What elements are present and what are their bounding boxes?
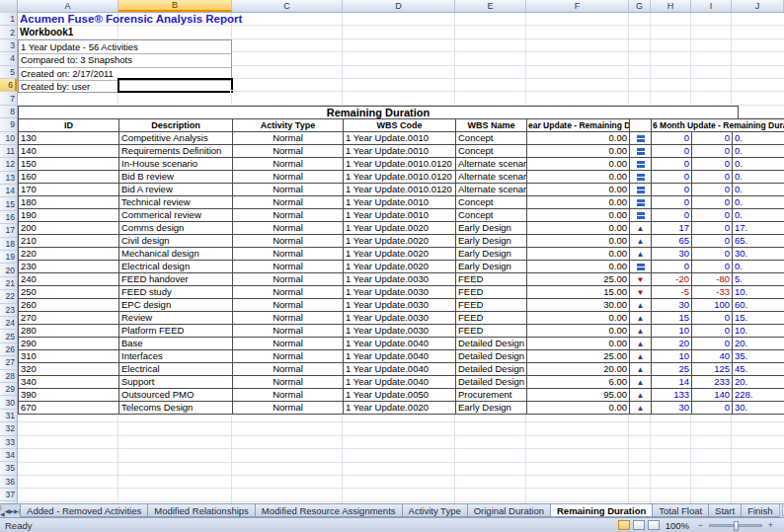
cell[interactable]: 0. — [733, 171, 784, 184]
cell[interactable]: 310 — [19, 350, 119, 363]
cell[interactable]: 1 Year Update.0020 — [344, 261, 456, 273]
cell[interactable]: Civil design — [119, 235, 233, 248]
cell[interactable]: Normal — [233, 261, 344, 273]
row-header-19[interactable]: 19 — [0, 251, 17, 264]
cell[interactable]: 0 — [692, 325, 733, 338]
cell[interactable]: 30 — [652, 402, 692, 415]
cell[interactable]: ▲ — [630, 248, 652, 261]
cell[interactable]: Comms design — [119, 222, 233, 235]
cell[interactable]: 0.00 — [527, 312, 630, 325]
cell[interactable]: 20. — [733, 338, 784, 350]
cell[interactable]: Alternate scenario — [456, 184, 527, 196]
cell[interactable]: 1 Year Update.0030 — [344, 273, 456, 286]
row-header-10[interactable]: 10 — [0, 132, 17, 145]
selected-cell-b6[interactable] — [118, 78, 233, 93]
cell[interactable]: 30 — [652, 248, 692, 261]
cell-a4[interactable]: Compared to: 3 Snapshots — [21, 53, 132, 66]
cell[interactable]: Normal — [233, 273, 344, 286]
cell[interactable]: 0.00 — [527, 209, 630, 222]
cell[interactable]: 0 — [692, 248, 733, 261]
normal-view-button[interactable] — [618, 520, 630, 530]
cell[interactable]: 30.00 — [527, 299, 630, 312]
cell[interactable]: 0. — [733, 132, 784, 145]
row-header-16[interactable]: 16 — [0, 211, 17, 224]
cell[interactable]: Detailed Design — [456, 338, 527, 350]
cell[interactable]: Commerical review — [119, 209, 233, 222]
cell[interactable]: 1 Year Update.0010 — [344, 132, 456, 145]
cell[interactable]: 40 — [692, 350, 733, 363]
column-header-g[interactable]: G — [629, 0, 651, 12]
column-header-j[interactable]: J — [732, 0, 784, 12]
row-header-26[interactable]: 26 — [0, 343, 17, 356]
cell[interactable]: 133 — [652, 389, 692, 402]
row-header-21[interactable]: 21 — [0, 277, 17, 290]
cell[interactable]: 0 — [692, 402, 733, 415]
cell[interactable]: 1 Year Update.0010.0120 — [344, 184, 456, 196]
cell[interactable]: 230 — [19, 261, 119, 273]
cell[interactable]: 130 — [19, 132, 119, 145]
workbook-name[interactable]: Workbook1 — [20, 26, 73, 38]
cell[interactable]: 0 — [652, 209, 692, 222]
cell[interactable]: 190 — [19, 209, 119, 222]
row-header-6[interactable]: 6 — [0, 79, 17, 92]
cell[interactable]: 0.00 — [527, 261, 630, 273]
cell[interactable]: 0. — [733, 184, 784, 196]
row-header-17[interactable]: 17 — [0, 224, 17, 237]
cell[interactable]: Normal — [233, 145, 344, 158]
cell[interactable]: 10. — [733, 286, 784, 299]
cell[interactable]: 6.00 — [527, 376, 630, 389]
cell[interactable]: 0. — [733, 261, 784, 273]
header-wbs-name[interactable]: WBS Name — [456, 119, 527, 132]
cell[interactable]: 220 — [19, 248, 119, 261]
cell[interactable]: -33 — [692, 286, 733, 299]
cell[interactable]: Normal — [233, 312, 344, 325]
sheet-tab-remaining-duration[interactable]: Remaining Duration — [550, 504, 653, 517]
cell[interactable]: FEED — [456, 325, 527, 338]
cell[interactable]: 1 Year Update.0030 — [344, 299, 456, 312]
cell[interactable]: 0.00 — [527, 184, 630, 196]
cell[interactable]: 95.00 — [527, 389, 630, 402]
cell[interactable]: ▲ — [630, 350, 652, 363]
cell[interactable]: Normal — [233, 363, 344, 376]
cell[interactable]: 0 — [692, 222, 733, 235]
cell[interactable]: 0.00 — [527, 222, 630, 235]
cell[interactable]: EPC design — [119, 299, 233, 312]
cell[interactable]: 35. — [733, 350, 784, 363]
cell[interactable]: 30. — [733, 402, 784, 415]
row-header-37[interactable]: 37 — [0, 489, 17, 501]
cell[interactable]: 0 — [652, 171, 692, 184]
cell[interactable]: ▲ — [630, 402, 652, 415]
cell[interactable]: Requirements Definition — [119, 145, 233, 158]
cell-a6[interactable]: Created by: user — [21, 80, 90, 93]
cell[interactable]: Early Design — [456, 248, 527, 261]
cell[interactable]: 20.00 — [527, 363, 630, 376]
cell[interactable] — [630, 196, 652, 209]
cell[interactable]: Concept — [456, 145, 527, 158]
cell[interactable]: ▲ — [630, 363, 652, 376]
cell[interactable]: ▲ — [630, 325, 652, 338]
cell[interactable]: 1 Year Update.0010 — [344, 145, 456, 158]
cell[interactable]: -80 — [692, 273, 733, 286]
cell[interactable]: Bid B review — [119, 171, 233, 184]
cell[interactable]: Normal — [233, 286, 344, 299]
row-header-13[interactable]: 13 — [0, 172, 17, 185]
cell[interactable]: 15.00 — [527, 286, 630, 299]
cell[interactable]: 140 — [692, 389, 733, 402]
cell[interactable]: 1 Year Update.0050 — [344, 389, 456, 402]
cell[interactable]: 25.00 — [527, 350, 630, 363]
page-break-view-button[interactable] — [648, 520, 660, 530]
cell[interactable]: 170 — [19, 184, 119, 196]
cell[interactable]: Normal — [233, 325, 344, 338]
cell[interactable]: 1 Year Update.0030 — [344, 286, 456, 299]
row-header-20[interactable]: 20 — [0, 264, 17, 276]
cell[interactable]: 140 — [19, 145, 119, 158]
cell[interactable]: FEED — [456, 312, 527, 325]
row-header-3[interactable]: 3 — [0, 39, 17, 52]
cell[interactable]: Normal — [233, 389, 344, 402]
cell[interactable]: 0 — [692, 261, 733, 273]
cell[interactable]: 0 — [692, 184, 733, 196]
cell[interactable]: Normal — [233, 209, 344, 222]
cell[interactable]: Detailed Design — [456, 376, 527, 389]
cell[interactable]: Alternate scenario — [456, 171, 527, 184]
row-header-31[interactable]: 31 — [0, 410, 17, 422]
